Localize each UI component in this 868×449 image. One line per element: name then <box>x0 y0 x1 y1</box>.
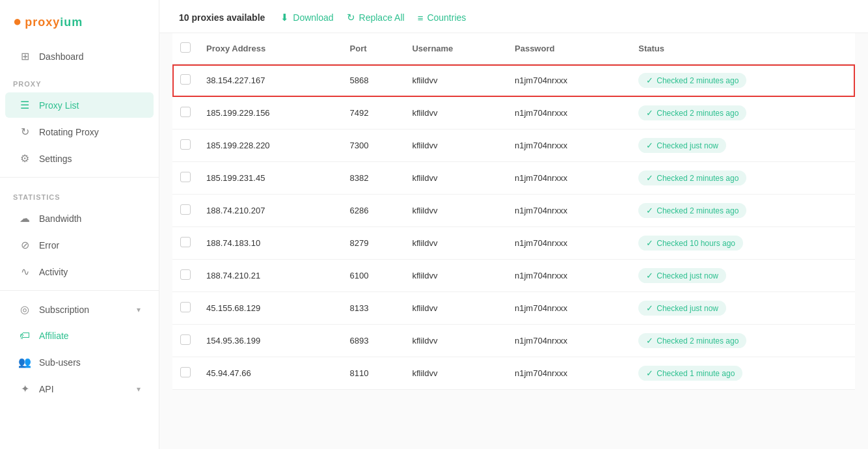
row-checkbox-3[interactable] <box>180 172 191 182</box>
row-status-0: ✓Checked 2 minutes ago <box>631 64 855 97</box>
check-icon-8: ✓ <box>646 336 653 346</box>
row-status-9: ✓Checked 1 minute ago <box>631 357 855 390</box>
sidebar-item-dashboard-label: Dashboard <box>39 51 84 62</box>
chevron-down-icon-api: ▾ <box>137 385 141 394</box>
status-badge-7: ✓Checked just now <box>638 301 726 316</box>
row-password-8: n1jm704nrxxx <box>507 325 631 357</box>
table-wrapper: Proxy Address Port Username Password Sta… <box>159 33 868 449</box>
row-username-5: kflildvv <box>404 227 507 260</box>
sidebar-item-proxy-list[interactable]: ☰ Proxy List <box>5 92 154 118</box>
sidebar-item-error-label: Error <box>39 240 59 251</box>
check-icon-1: ✓ <box>646 108 653 118</box>
row-password-3: n1jm704nrxxx <box>507 162 631 195</box>
sidebar-item-activity-label: Activity <box>39 267 68 277</box>
sidebar-item-activity[interactable]: ∿ Activity <box>5 259 154 284</box>
countries-button[interactable]: ≡ Countries <box>418 12 467 23</box>
row-status-6: ✓Checked just now <box>631 260 855 292</box>
row-checkbox-1[interactable] <box>180 107 191 117</box>
row-username-0: kflildvv <box>404 64 507 97</box>
check-icon-6: ✓ <box>646 271 653 280</box>
top-bar: 10 proxies available ⬇ Download ↻ Replac… <box>159 0 868 33</box>
chevron-down-icon: ▾ <box>137 305 141 314</box>
row-checkbox-9[interactable] <box>180 367 191 377</box>
dashboard-icon: ⊞ <box>18 50 31 62</box>
download-button[interactable]: ⬇ Download <box>280 12 333 23</box>
row-checkbox-2[interactable] <box>180 139 191 150</box>
check-icon-3: ✓ <box>646 173 653 183</box>
row-address-0: 38.154.227.167 <box>198 64 342 97</box>
row-username-1: kflildvv <box>404 97 507 129</box>
row-username-3: kflildvv <box>404 162 507 195</box>
tag-icon: 🏷 <box>18 330 31 342</box>
row-username-6: kflildvv <box>404 260 507 292</box>
sidebar-item-affiliate-label: Affiliate <box>39 331 69 341</box>
row-status-5: ✓Checked 10 hours ago <box>631 227 855 260</box>
download-label: Download <box>293 12 333 23</box>
status-badge-9: ✓Checked 1 minute ago <box>638 366 742 381</box>
check-icon-2: ✓ <box>646 141 653 150</box>
row-status-8: ✓Checked 2 minutes ago <box>631 325 855 357</box>
sidebar-item-subusers-label: Sub-users <box>39 357 81 368</box>
select-all-checkbox[interactable] <box>180 42 191 53</box>
filter-icon: ≡ <box>418 12 424 23</box>
row-port-8: 6893 <box>342 325 405 357</box>
row-checkbox-0[interactable] <box>180 74 191 85</box>
sidebar-item-settings[interactable]: ⚙ Settings <box>5 146 154 171</box>
header-status: Status <box>631 33 855 64</box>
sidebar-item-subscription[interactable]: ◎ Subscription ▾ <box>5 297 154 322</box>
check-icon-9: ✓ <box>646 368 653 378</box>
sidebar-item-error[interactable]: ⊘ Error <box>5 232 154 258</box>
row-address-7: 45.155.68.129 <box>198 292 342 325</box>
header-checkbox-col <box>172 33 198 64</box>
sidebar-item-dashboard[interactable]: ⊞ Dashboard <box>5 44 154 69</box>
sidebar-item-settings-label: Settings <box>39 154 72 164</box>
row-address-6: 188.74.210.21 <box>198 260 342 292</box>
row-port-0: 5868 <box>342 64 405 97</box>
sidebar-item-api[interactable]: ✦ API ▾ <box>5 376 154 401</box>
row-checkbox-6[interactable] <box>180 269 191 280</box>
row-status-7: ✓Checked just now <box>631 292 855 325</box>
row-password-5: n1jm704nrxxx <box>507 227 631 260</box>
row-address-2: 185.199.228.220 <box>198 129 342 162</box>
proxy-table: Proxy Address Port Username Password Sta… <box>172 33 855 390</box>
replace-all-button[interactable]: ↻ Replace All <box>347 12 405 23</box>
row-address-4: 188.74.210.207 <box>198 195 342 227</box>
row-password-2: n1jm704nrxxx <box>507 129 631 162</box>
row-checkbox-7[interactable] <box>180 302 191 312</box>
sidebar-item-proxy-list-label: Proxy List <box>39 100 79 111</box>
table-row: 188.74.210.216100kflildvvn1jm704nrxxx✓Ch… <box>172 260 855 292</box>
row-checkbox-8[interactable] <box>180 334 191 345</box>
check-icon-5: ✓ <box>646 238 653 248</box>
row-checkbox-5[interactable] <box>180 237 191 247</box>
table-row: 45.94.47.668110kflildvvn1jm704nrxxx✓Chec… <box>172 357 855 390</box>
header-port: Port <box>342 33 405 64</box>
download-icon: ⬇ <box>280 12 289 23</box>
check-icon-7: ✓ <box>646 303 653 313</box>
countries-label: Countries <box>427 12 466 23</box>
row-checkbox-4[interactable] <box>180 204 191 215</box>
row-status-2: ✓Checked just now <box>631 129 855 162</box>
status-badge-6: ✓Checked just now <box>638 268 726 283</box>
sidebar-item-rotating-proxy-label: Rotating Proxy <box>39 127 99 137</box>
row-password-0: n1jm704nrxxx <box>507 64 631 97</box>
sidebar-item-affiliate[interactable]: 🏷 Affiliate <box>5 323 154 348</box>
row-username-2: kflildvv <box>404 129 507 162</box>
proxy-section-label: PROXY <box>0 70 159 92</box>
row-address-3: 185.199.231.45 <box>198 162 342 195</box>
sidebar-item-rotating-proxy[interactable]: ↻ Rotating Proxy <box>5 119 154 144</box>
row-status-1: ✓Checked 2 minutes ago <box>631 97 855 129</box>
refresh-icon: ↻ <box>347 12 355 23</box>
rotate-icon: ↻ <box>18 126 31 138</box>
check-icon-0: ✓ <box>646 75 653 85</box>
proxy-count: 10 proxies available <box>179 12 265 23</box>
status-badge-4: ✓Checked 2 minutes ago <box>638 203 746 218</box>
sidebar-item-bandwidth[interactable]: ☁ Bandwidth <box>5 206 154 231</box>
row-port-2: 7300 <box>342 129 405 162</box>
row-username-8: kflildvv <box>404 325 507 357</box>
sidebar-item-subusers[interactable]: 👥 Sub-users <box>5 349 154 375</box>
main-content: 10 proxies available ⬇ Download ↻ Replac… <box>159 0 868 449</box>
replace-all-label: Replace All <box>359 12 405 23</box>
row-password-6: n1jm704nrxxx <box>507 260 631 292</box>
status-badge-5: ✓Checked 10 hours ago <box>638 236 743 251</box>
proxy-table-body: 38.154.227.1675868kflildvvn1jm704nrxxx✓C… <box>172 64 855 390</box>
